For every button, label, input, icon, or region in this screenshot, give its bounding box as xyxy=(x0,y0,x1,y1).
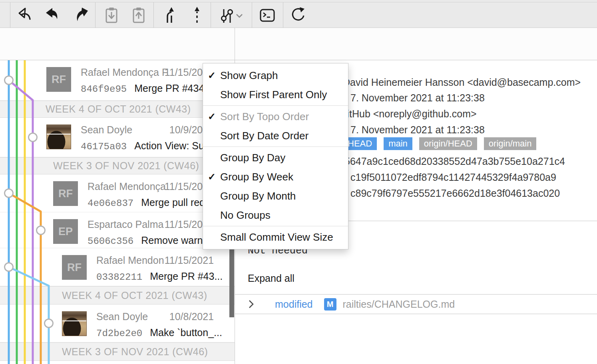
commit-list: RFRafael Mendonça F11/15/2021846f9e95Mer… xyxy=(0,60,235,364)
toolbar-separator xyxy=(95,2,96,28)
menu-separator xyxy=(203,226,348,226)
menu-item-label: Small Commit View Size xyxy=(220,231,333,243)
commit-short-hash: 5606c356 xyxy=(88,236,133,247)
menu-item-group-by-month[interactable]: Group By Month xyxy=(203,186,348,206)
refresh-button[interactable] xyxy=(286,5,310,26)
graph-options-icon xyxy=(218,6,246,24)
commit-commit-date: 7. November 2021 at 11:23:38 xyxy=(350,124,485,136)
commit-author-name: Rafael Mendon xyxy=(96,255,164,266)
check-icon: ✓ xyxy=(208,171,220,182)
file-status-label: modified xyxy=(275,299,313,310)
merge-button[interactable] xyxy=(158,5,182,26)
undo-button[interactable] xyxy=(14,5,38,26)
undo-icon xyxy=(17,6,35,24)
ref-badge-main[interactable]: main xyxy=(384,137,412,150)
commit-row[interactable]: RFRafael Mendon11/15/202103382211Merge P… xyxy=(0,248,235,286)
week-group-header: WEEK 3 OF NOV 2021 (CW46) xyxy=(0,342,235,361)
redo-icon xyxy=(44,6,62,24)
merge-icon xyxy=(161,6,179,24)
commit-short-hash: 7d2be2e0 xyxy=(96,328,142,339)
menu-item-sort-by-date-order[interactable]: Sort By Date Order xyxy=(203,126,348,145)
week-group-label: WEEK 3 OF NOV 2021 (CW46) xyxy=(53,160,199,172)
week-group-header: WEEK 4 OF OCT 2021 (CW43) xyxy=(0,101,235,118)
menu-item-label: Sort By Topo Order xyxy=(220,111,309,123)
week-group-header: WEEK 3 OF NOV 2021 (CW46) xyxy=(0,157,235,174)
menu-item-label: Group By Day xyxy=(220,152,285,164)
toolbar-separator xyxy=(283,2,283,28)
toolbar-separator xyxy=(10,2,10,28)
menu-separator xyxy=(203,105,348,106)
check-icon: ✓ xyxy=(208,70,220,81)
avatar-photo xyxy=(46,125,71,149)
refresh-icon xyxy=(289,6,307,24)
ref-badge-origin-main[interactable]: origin/main xyxy=(484,137,537,150)
tree-hash: c89c79f6797e555217e6662d18e3f04613ac020 xyxy=(350,188,560,199)
commit-author-name: Sean Doyle xyxy=(96,311,148,322)
menu-item-label: No Groups xyxy=(220,209,271,222)
chevron-right-icon[interactable] xyxy=(249,300,254,309)
menu-item-label: Show Graph xyxy=(220,69,278,82)
commit-author-name: Rafael Mendonça F xyxy=(81,67,168,78)
app-window: All Branches, Remotes, Tags ⌄ 5647a9c1 R… xyxy=(0,0,597,364)
toolbar-separator xyxy=(211,2,211,28)
menu-item-show-first-parent-only[interactable]: Show First Parent Only xyxy=(203,85,348,104)
main-toolbar xyxy=(0,0,597,28)
commit-short-hash: 03382211 xyxy=(96,272,142,283)
avatar-photo xyxy=(62,311,87,336)
redo-button[interactable] xyxy=(41,5,65,26)
file-status-badge: M xyxy=(324,298,336,311)
parent-hash: c19f5011072edf8794c11427445329f4a9780a9 xyxy=(350,172,556,183)
menu-item-no-groups[interactable]: No Groups xyxy=(203,206,348,225)
commit-row[interactable]: RFRafael Mendonça F11/15/2021846f9e95Mer… xyxy=(0,60,235,101)
toolbar-separator xyxy=(153,2,154,28)
navigate-forward-button[interactable] xyxy=(68,5,92,26)
graph-options-button[interactable] xyxy=(218,5,247,26)
week-group-label: WEEK 3 OF NOV 2021 (CW46) xyxy=(62,346,208,358)
file-row[interactable]: modifiedMrailties/CHANGELOG.md xyxy=(235,295,597,314)
avatar-initials: RF xyxy=(62,255,87,280)
commit-message-summary: Merge pull requ xyxy=(141,197,211,208)
commit-message-summary: Merge PR #43... xyxy=(150,271,223,282)
commit-author-name: Sean Doyle xyxy=(81,124,132,136)
push-icon xyxy=(129,6,148,24)
expand-all-link[interactable]: Expand all xyxy=(248,273,295,284)
commit-short-hash: 4e06e837 xyxy=(88,198,133,209)
avatar-initials: RF xyxy=(46,67,71,92)
rebase-icon xyxy=(188,6,206,24)
avatar-initials: RF xyxy=(53,181,78,206)
refs-row: HEADmainorigin/HEADorigin/main xyxy=(343,137,536,150)
menu-item-small-commit-view-size[interactable]: Small Commit View Size xyxy=(203,228,348,247)
avatar-initials: EP xyxy=(53,219,78,244)
menu-item-label: Sort By Date Order xyxy=(220,130,308,142)
commit-committer: GitHub <noreply@github.com> xyxy=(339,108,477,120)
commit-row[interactable]: EPEspartaco Palma11/15/20215606c356Remov… xyxy=(0,212,235,248)
check-icon: ✓ xyxy=(208,111,220,122)
commit-row[interactable]: Sean Doyle10/9/202146175a03Action View: … xyxy=(0,118,235,157)
week-group-label: WEEK 4 OF OCT 2021 (CW43) xyxy=(46,103,191,115)
menu-item-group-by-day[interactable]: Group By Day xyxy=(203,148,348,167)
filter-bar: All Branches, Remotes, Tags ⌄ 5647a9c1 xyxy=(0,28,597,60)
commit-author: David Heinemeier Hansson <david@basecamp… xyxy=(343,77,581,88)
push-button[interactable] xyxy=(127,5,151,26)
menu-item-sort-by-topo-order[interactable]: ✓Sort By Topo Order xyxy=(203,107,348,126)
menu-separator xyxy=(203,146,348,147)
file-path: railties/CHANGELOG.md xyxy=(343,299,455,310)
commit-row[interactable]: RFRafael Mendonça11/15/20214e06e837Merge… xyxy=(0,174,235,212)
commit-message-summary: Make `button_... xyxy=(150,327,222,338)
terminal-button[interactable] xyxy=(255,5,279,26)
commit-row[interactable]: Sean Doyle10/8/20217d2be2e0Make `button_… xyxy=(0,305,235,342)
menu-item-show-graph[interactable]: ✓Show Graph xyxy=(203,66,348,85)
commit-author-name: Rafael Mendonça xyxy=(88,181,166,192)
commit-author-date: 7. November 2021 at 11:23:38 xyxy=(350,92,485,104)
rebase-button[interactable] xyxy=(185,5,209,26)
commit-date: 11/15/2021 xyxy=(165,255,214,266)
pull-button[interactable] xyxy=(100,5,123,26)
ref-badge-origin-head[interactable]: origin/HEAD xyxy=(419,137,477,150)
week-group-label: WEEK 4 OF OCT 2021 (CW43) xyxy=(62,290,207,301)
graph-options-menu: ✓Show GraphShow First Parent Only✓Sort B… xyxy=(203,63,348,249)
terminal-icon xyxy=(258,6,277,24)
menu-item-group-by-week[interactable]: ✓Group By Week xyxy=(203,167,348,186)
navigate-forward-icon xyxy=(71,6,90,24)
toolbar-separator xyxy=(252,2,252,28)
commit-short-hash: 846f9e95 xyxy=(81,84,127,95)
